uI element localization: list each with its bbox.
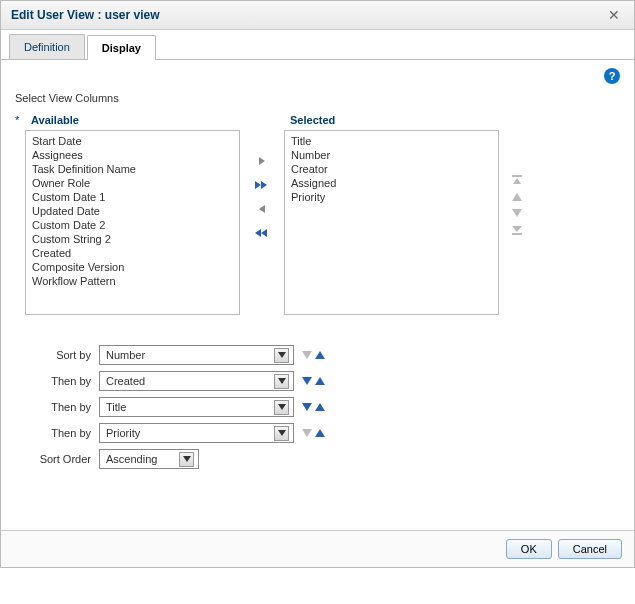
svg-rect-0 — [512, 175, 522, 177]
sort-order-label: Sort Order — [31, 453, 99, 465]
sort-order-value: Ascending — [106, 453, 157, 465]
svg-rect-1 — [512, 233, 522, 235]
sort-select[interactable]: Priority — [99, 423, 294, 443]
move-top-icon[interactable] — [511, 174, 523, 186]
sort-asc-icon[interactable] — [315, 403, 325, 411]
cancel-button[interactable]: Cancel — [558, 539, 622, 559]
move-down-icon[interactable] — [511, 208, 523, 218]
move-all-right-icon[interactable] — [253, 178, 271, 192]
tab-display[interactable]: Display — [87, 35, 156, 60]
help-icon[interactable]: ? — [604, 68, 620, 84]
close-icon[interactable]: ✕ — [604, 7, 624, 23]
dialog-title: Edit User View : user view — [11, 8, 160, 22]
edit-user-view-dialog: Edit User View : user view ✕ Definition … — [0, 0, 635, 568]
tab-definition[interactable]: Definition — [9, 34, 85, 59]
sort-order-select[interactable]: Ascending — [99, 449, 199, 469]
tabstrip: Definition Display — [1, 30, 634, 60]
chevron-down-icon — [179, 452, 194, 467]
sort-direction-toggles — [302, 429, 325, 437]
available-header: Available — [25, 114, 240, 126]
sort-desc-icon[interactable] — [302, 377, 312, 385]
list-item[interactable]: Assignees — [32, 148, 233, 162]
list-item[interactable]: Creator — [291, 162, 492, 176]
sort-direction-toggles — [302, 377, 325, 385]
list-item[interactable]: Assigned — [291, 176, 492, 190]
sort-desc-icon[interactable] — [302, 351, 312, 359]
list-item[interactable]: Created — [32, 246, 233, 260]
reorder-buttons — [507, 114, 527, 236]
section-label: Select View Columns — [15, 92, 620, 104]
list-item[interactable]: Priority — [291, 190, 492, 204]
chevron-down-icon — [274, 374, 289, 389]
list-item[interactable]: Number — [291, 148, 492, 162]
list-item[interactable]: Composite Version — [32, 260, 233, 274]
list-item[interactable]: Updated Date — [32, 204, 233, 218]
sort-row: Then byTitle — [31, 397, 620, 417]
list-item[interactable]: Workflow Pattern — [32, 274, 233, 288]
sort-label: Sort by — [31, 349, 99, 361]
list-item[interactable]: Owner Role — [32, 176, 233, 190]
sort-label: Then by — [31, 401, 99, 413]
sort-direction-toggles — [302, 403, 325, 411]
move-left-icon[interactable] — [255, 202, 269, 216]
titlebar: Edit User View : user view ✕ — [1, 1, 634, 30]
sort-asc-icon[interactable] — [315, 351, 325, 359]
list-item[interactable]: Custom Date 1 — [32, 190, 233, 204]
sort-select[interactable]: Title — [99, 397, 294, 417]
sort-section: Sort byNumberThen byCreatedThen byTitleT… — [31, 345, 620, 469]
content-area: ? Select View Columns * Available Start … — [1, 60, 634, 530]
sort-select-value: Title — [106, 401, 126, 413]
sort-select-value: Priority — [106, 427, 140, 439]
sort-select-value: Number — [106, 349, 145, 361]
chevron-down-icon — [274, 400, 289, 415]
sort-desc-icon[interactable] — [302, 403, 312, 411]
sort-order-row: Sort OrderAscending — [31, 449, 620, 469]
list-item[interactable]: Custom String 2 — [32, 232, 233, 246]
move-up-icon[interactable] — [511, 192, 523, 202]
column-shuttle: * Available Start DateAssigneesTask Defi… — [15, 114, 620, 315]
move-bottom-icon[interactable] — [511, 224, 523, 236]
ok-button[interactable]: OK — [506, 539, 552, 559]
sort-select-value: Created — [106, 375, 145, 387]
sort-row: Sort byNumber — [31, 345, 620, 365]
required-marker: * — [15, 114, 25, 126]
list-item[interactable]: Start Date — [32, 134, 233, 148]
move-buttons — [248, 114, 276, 240]
buttonbar: OK Cancel — [1, 530, 634, 567]
sort-asc-icon[interactable] — [315, 377, 325, 385]
list-item[interactable]: Custom Date 2 — [32, 218, 233, 232]
move-right-icon[interactable] — [255, 154, 269, 168]
chevron-down-icon — [274, 348, 289, 363]
list-item[interactable]: Title — [291, 134, 492, 148]
selected-list[interactable]: TitleNumberCreatorAssignedPriority — [284, 130, 499, 315]
sort-label: Then by — [31, 427, 99, 439]
sort-desc-icon[interactable] — [302, 429, 312, 437]
sort-row: Then byCreated — [31, 371, 620, 391]
chevron-down-icon — [274, 426, 289, 441]
sort-asc-icon[interactable] — [315, 429, 325, 437]
selected-header: Selected — [284, 114, 499, 126]
sort-row: Then byPriority — [31, 423, 620, 443]
list-item[interactable]: Task Definition Name — [32, 162, 233, 176]
sort-select[interactable]: Created — [99, 371, 294, 391]
move-all-left-icon[interactable] — [253, 226, 271, 240]
sort-label: Then by — [31, 375, 99, 387]
available-list[interactable]: Start DateAssigneesTask Definition NameO… — [25, 130, 240, 315]
sort-direction-toggles — [302, 351, 325, 359]
sort-select[interactable]: Number — [99, 345, 294, 365]
